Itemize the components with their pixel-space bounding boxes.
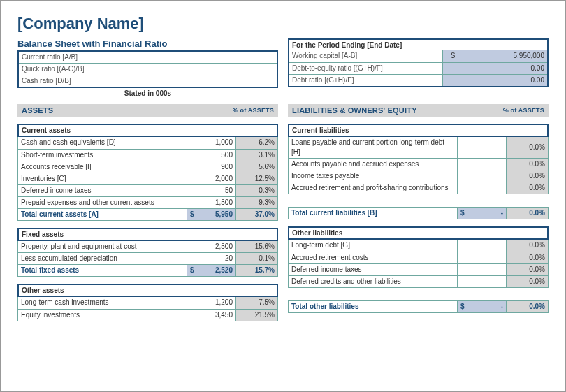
- fixed-assets-section: Fixed assets Property, plant and equipme…: [17, 228, 278, 277]
- line-pct: 0.0%: [507, 263, 549, 275]
- liabilities-pct-label: % of ASSETS: [503, 107, 544, 114]
- line-value: [458, 182, 507, 194]
- total-value: $-: [458, 300, 507, 312]
- line-label: Inventories [C]: [18, 173, 187, 184]
- total-value: $5,950: [187, 208, 236, 220]
- currency-symbol: [443, 74, 463, 87]
- line-pct: 0.1%: [236, 253, 278, 265]
- line-label: Equity investments: [18, 309, 187, 321]
- total-value: $2,520: [187, 265, 236, 277]
- document-page: [Company Name] Balance Sheet with Financ…: [0, 0, 566, 392]
- line-label: Cash and cash equivalents [D]: [18, 137, 187, 149]
- other-liabilities-section: Other liabilities Long-term debt [G]0.0%…: [288, 226, 549, 313]
- section-title: Other assets: [17, 284, 278, 297]
- ratio-value: [222, 64, 277, 75]
- line-label: Prepaid expenses and other current asset…: [18, 196, 187, 208]
- other-assets-section: Other assets Long-term cash investments1…: [17, 284, 278, 321]
- ratio-label: Debt-to-equity ratio [(G+H)/F]: [289, 62, 443, 74]
- line-value: 20: [187, 253, 236, 265]
- line-value: [458, 252, 507, 263]
- total-label: Total current liabilities [B]: [289, 208, 458, 219]
- line-label: Less accumulated depreciation: [18, 253, 187, 265]
- line-value: 1,200: [187, 297, 236, 309]
- period-title: For the Period Ending [End Date]: [288, 38, 549, 50]
- line-value: [458, 263, 507, 275]
- line-pct: 6.2%: [236, 137, 278, 149]
- line-pct: 0.0%: [507, 170, 549, 182]
- line-label: Accounts payable and accrued expenses: [289, 159, 458, 170]
- line-pct: 21.5%: [236, 309, 278, 321]
- line-pct: 3.1%: [236, 149, 278, 161]
- liabilities-header: LIABILITIES & OWNERS' EQUITY % of ASSETS: [288, 104, 549, 117]
- line-value: 2,000: [187, 173, 236, 184]
- line-label: Deferred income taxes: [18, 184, 187, 196]
- line-pct: 0.0%: [507, 182, 549, 194]
- currency-symbol: $: [443, 50, 463, 62]
- line-value: 1,000: [187, 137, 236, 149]
- ratio-label: Current ratio [A/B]: [18, 51, 222, 64]
- line-value: 2,500: [187, 241, 236, 253]
- current-liabilities-table: Loans payable and current portion long-t…: [288, 137, 549, 194]
- line-label: Long-term cash investments: [18, 297, 187, 309]
- ratio-value: [222, 75, 277, 88]
- liabilities-title: LIABILITIES & OWNERS' EQUITY: [292, 106, 417, 115]
- fixed-assets-table: Property, plant and equipment at cost2,5…: [17, 241, 278, 277]
- current-liabilities-total: Total current liabilities [B] $- 0.0%: [288, 207, 549, 219]
- line-label: Income taxes payable: [289, 170, 458, 182]
- company-title: [Company Name]: [17, 15, 549, 33]
- line-value: 3,450: [187, 309, 236, 321]
- line-label: Loans payable and current portion long-t…: [289, 137, 458, 159]
- total-label: Total fixed assets: [18, 265, 187, 277]
- right-top-block: For the Period Ending [End Date] Working…: [288, 38, 549, 100]
- line-label: Deferred credits and other liabilities: [289, 275, 458, 287]
- line-pct: 0.0%: [507, 159, 549, 170]
- line-pct: 9.3%: [236, 196, 278, 208]
- line-value: [458, 170, 507, 182]
- left-ratio-box: Current ratio [A/B] Quick ratio [(A-C)/B…: [17, 50, 278, 88]
- current-assets-section: Current assets Cash and cash equivalents…: [17, 124, 278, 221]
- assets-pct-label: % of ASSETS: [233, 107, 274, 114]
- current-liabilities-section: Current liabilities Loans payable and cu…: [288, 124, 549, 219]
- total-pct: 0.0%: [507, 208, 549, 219]
- line-value: 50: [187, 184, 236, 196]
- line-pct: 0.0%: [507, 252, 549, 263]
- section-title: Fixed assets: [17, 228, 278, 241]
- line-label: Accounts receivable [I]: [18, 161, 187, 173]
- line-value: [458, 240, 507, 252]
- ratio-label: Quick ratio [(A-C)/B]: [18, 64, 222, 75]
- line-value: [458, 159, 507, 170]
- assets-title: ASSETS: [22, 106, 53, 115]
- ratio-value: 0.00: [463, 74, 548, 87]
- line-value: 1,500: [187, 196, 236, 208]
- line-pct: 0.3%: [236, 184, 278, 196]
- ratio-label: Working capital [A-B]: [289, 50, 443, 62]
- line-pct: 12.5%: [236, 173, 278, 184]
- right-ratio-box: Working capital [A-B] $ 5,950,000 Debt-t…: [288, 50, 549, 87]
- total-label: Total other liabilities: [289, 300, 458, 312]
- current-assets-table: Cash and cash equivalents [D]1,0006.2% S…: [17, 137, 278, 221]
- line-pct: 15.6%: [236, 241, 278, 253]
- line-label: Deferred income taxes: [289, 263, 458, 275]
- stated-caption: Stated in 000s: [17, 88, 278, 100]
- section-title: Current assets: [17, 124, 278, 137]
- line-value: 900: [187, 161, 236, 173]
- total-value: $-: [458, 208, 507, 219]
- ratio-label: Cash ratio [D/B]: [18, 75, 222, 88]
- other-liabilities-table: Long-term debt [G]0.0% Accrued retiremen…: [288, 240, 549, 288]
- line-label: Short-term investments: [18, 149, 187, 161]
- total-pct: 37.0%: [236, 208, 278, 220]
- line-value: [458, 275, 507, 287]
- other-assets-table: Long-term cash investments1,2007.5% Equi…: [17, 297, 278, 321]
- currency-symbol: [443, 62, 463, 74]
- total-label: Total current assets [A]: [18, 208, 187, 220]
- ratio-value: [222, 51, 277, 64]
- total-pct: 0.0%: [507, 300, 549, 312]
- line-pct: 0.0%: [507, 275, 549, 287]
- subtitle: Balance Sheet with Financial Ratio: [17, 38, 278, 49]
- ratio-label: Debt ratio [(G+H)/E]: [289, 74, 443, 87]
- line-label: Long-term debt [G]: [289, 240, 458, 252]
- left-column: Current assets Cash and cash equivalents…: [17, 117, 278, 321]
- line-label: Property, plant and equipment at cost: [18, 241, 187, 253]
- right-column: Current liabilities Loans payable and cu…: [288, 117, 549, 321]
- assets-header: ASSETS % of ASSETS: [17, 104, 278, 117]
